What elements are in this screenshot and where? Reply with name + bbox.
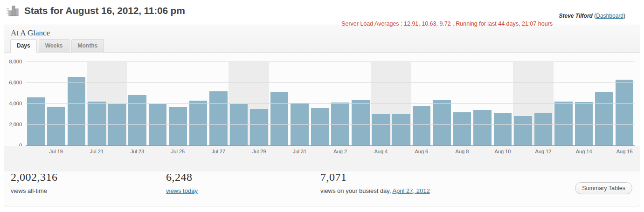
- bar-chart-icon: [6, 4, 20, 18]
- y-axis-tick-label: 6,000: [9, 80, 22, 85]
- chart-bar[interactable]: [554, 102, 573, 146]
- paren-close: ): [623, 13, 625, 19]
- page-title: Stats for August 16, 2012, 11:06 pm: [24, 5, 185, 16]
- x-axis-tick-label: Aug 6: [411, 149, 432, 154]
- chart-bar[interactable]: [352, 100, 370, 145]
- chart-bar[interactable]: [372, 114, 390, 146]
- chart-bar[interactable]: [68, 77, 86, 145]
- x-axis-tick-label: Aug 16: [614, 149, 635, 154]
- chart-bar[interactable]: [169, 107, 187, 145]
- chart-bar[interactable]: [27, 97, 45, 146]
- x-axis-tick-label: [66, 149, 87, 154]
- x-axis-tick-label: Jul 31: [290, 149, 310, 154]
- at-a-glance-panel: At A Glance Days Weeks Months 8,0006,000…: [4, 25, 640, 206]
- tab-days[interactable]: Days: [10, 39, 37, 53]
- user-name: Steve Tilford: [559, 13, 592, 19]
- stat-label: views all-time: [11, 187, 58, 194]
- panel-body: 8,0006,0004,0002,0000 Jul 19Jul 21Jul 23…: [4, 53, 640, 207]
- stats-page: Stats for August 16, 2012, 11:06 pm Stev…: [0, 0, 644, 212]
- user-info: Steve Tilford (Dashboard): [559, 13, 625, 19]
- stat-busiest-day: 7,071 views on your busiest day, April 2…: [320, 171, 430, 194]
- x-axis-tick-label: Aug 14: [574, 149, 594, 154]
- x-axis-tick-label: [513, 149, 533, 154]
- x-axis-tick-label: Aug 4: [371, 149, 391, 154]
- stat-views-all-time: 2,002,316 views all-time: [11, 171, 58, 194]
- chart-bar[interactable]: [534, 113, 553, 145]
- x-axis-tick-label: [229, 149, 249, 154]
- views-today-link[interactable]: views today: [166, 187, 198, 194]
- y-axis-labels: 8,0006,0004,0002,0000: [4, 62, 22, 145]
- dashboard-link[interactable]: Dashboard: [596, 13, 623, 19]
- chart-bar[interactable]: [88, 102, 106, 146]
- chart-bar[interactable]: [250, 109, 268, 145]
- chart-bar[interactable]: [270, 92, 289, 145]
- views-chart-plot: [26, 62, 635, 146]
- x-axis-strip: Jul 19Jul 21Jul 23Jul 25Jul 27Jul 29Jul …: [4, 146, 640, 171]
- gridline: [26, 103, 635, 104]
- tab-months[interactable]: Months: [71, 39, 104, 53]
- chart-bar[interactable]: [413, 106, 431, 145]
- chart-bar[interactable]: [494, 113, 512, 145]
- gridline: [26, 62, 635, 62]
- chart-bar[interactable]: [433, 100, 451, 145]
- panel-header: At A Glance Days Weeks Months: [4, 25, 640, 53]
- x-axis-tick-label: [432, 149, 452, 154]
- x-axis-tick-label: Jul 23: [127, 149, 148, 154]
- x-axis-tick-label: [188, 149, 208, 154]
- summary-tables-button[interactable]: Summary Tables: [575, 182, 632, 194]
- stat-value: 6,248: [166, 171, 198, 184]
- x-axis-tick-label: [310, 149, 330, 154]
- x-axis-tick-label: Aug 2: [330, 149, 351, 154]
- y-axis-tick-label: 2,000: [9, 122, 22, 127]
- stat-views-today: 6,248 views today: [166, 171, 198, 194]
- y-axis-tick-label: 8,000: [9, 59, 22, 64]
- chart-bar[interactable]: [575, 102, 593, 145]
- chart-bar[interactable]: [392, 114, 410, 146]
- x-axis-tick-label: [594, 149, 615, 154]
- chart-bar[interactable]: [453, 112, 471, 145]
- x-axis-tick-label: [351, 149, 371, 154]
- x-axis-tick-label: Aug 10: [492, 149, 513, 154]
- x-axis-tick-label: Jul 25: [168, 149, 188, 154]
- server-load-notice: Server Load Averages : 12.91, 10.63, 9.7…: [341, 21, 553, 27]
- gridline: [26, 82, 635, 83]
- x-axis-tick-label: [269, 149, 290, 154]
- stat-label: views on your busiest day,: [320, 187, 391, 194]
- x-axis-tick-label: Aug 8: [452, 149, 472, 154]
- x-axis-tick-label: [26, 149, 46, 154]
- x-axis-tick-label: [391, 149, 412, 154]
- x-axis-tick-label: Aug 12: [533, 149, 554, 154]
- gridline: [26, 124, 635, 125]
- chart-bar[interactable]: [189, 101, 208, 145]
- x-axis-tick-label: [472, 149, 493, 154]
- stat-value: 2,002,316: [11, 171, 58, 184]
- chart-bar[interactable]: [311, 108, 329, 145]
- chart-bar[interactable]: [616, 80, 634, 145]
- chart-bar[interactable]: [331, 103, 349, 145]
- chart-bar[interactable]: [47, 107, 65, 145]
- chart-bar[interactable]: [595, 92, 613, 145]
- x-axis-tick-label: [554, 149, 574, 154]
- chart-bar[interactable]: [209, 91, 228, 145]
- x-axis-tick-label: Jul 21: [87, 149, 107, 154]
- chart-bar[interactable]: [514, 116, 532, 145]
- header-bar: Stats for August 16, 2012, 11:06 pm: [6, 4, 185, 18]
- panel-title: At A Glance: [11, 28, 50, 38]
- y-axis-tick-label: 4,000: [9, 101, 22, 106]
- x-axis-tick-label: Jul 29: [249, 149, 270, 154]
- x-axis-tick-label: Jul 19: [46, 149, 67, 154]
- chart-bar[interactable]: [128, 95, 146, 145]
- tabs: Days Weeks Months: [10, 39, 104, 53]
- chart-bar[interactable]: [473, 110, 492, 146]
- x-axis-tick-label: [147, 149, 168, 154]
- x-axis-tick-label: Jul 27: [208, 149, 229, 154]
- x-axis-tick-label: [107, 149, 127, 154]
- stat-value: 7,071: [320, 171, 430, 184]
- x-axis-labels: Jul 19Jul 21Jul 23Jul 25Jul 27Jul 29Jul …: [26, 149, 635, 154]
- busiest-day-link[interactable]: April 27, 2012: [392, 187, 429, 194]
- tab-weeks[interactable]: Weeks: [39, 39, 69, 53]
